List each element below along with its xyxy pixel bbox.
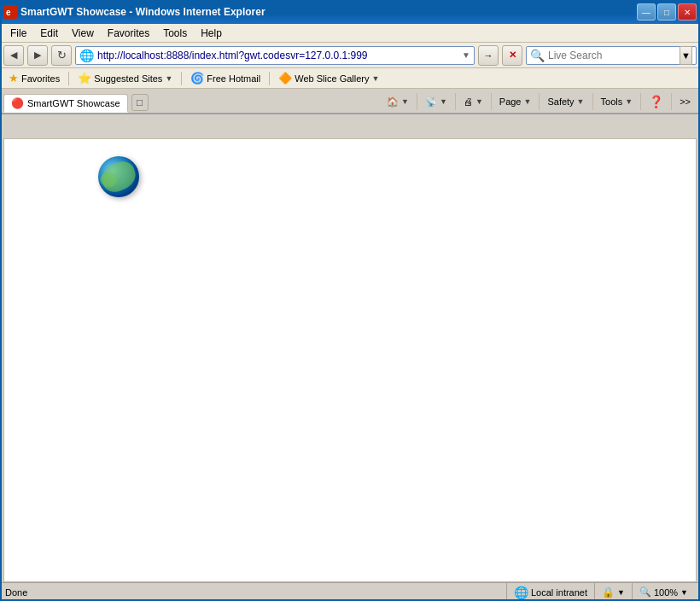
help-button[interactable]: ❓ — [643, 92, 669, 111]
search-container: 🔍 ▼ — [526, 46, 697, 65]
app-icon: e — [3, 5, 17, 19]
feed-button[interactable]: 📡 ▼ — [419, 94, 453, 110]
close-button[interactable]: ✕ — [678, 3, 697, 20]
toolbar-divider-7 — [671, 93, 672, 110]
menu-tools[interactable]: Tools — [156, 26, 194, 41]
favorites-item-webslice[interactable]: 🔶 Web Slice Gallery ▼ — [273, 70, 384, 86]
title-bar: e SmartGWT Showcase - Windows Internet E… — [0, 0, 700, 24]
tab-smartgwt[interactable]: 🔴 SmartGWT Showcase — [3, 94, 128, 113]
webslice-arrow: ▼ — [371, 74, 379, 83]
toolbar-divider-3 — [491, 93, 492, 110]
menu-favorites[interactable]: Favorites — [101, 26, 156, 41]
menu-help[interactable]: Help — [194, 26, 229, 41]
feed-icon: 📡 — [425, 96, 437, 108]
webslice-label: Web Slice Gallery — [295, 73, 369, 84]
tab-toolbar-area: 🔴 SmartGWT Showcase □ 🏠 ▼ 📡 ▼ 🖨 ▼ Page — [0, 89, 700, 114]
menu-file[interactable]: File — [3, 26, 33, 41]
tab-label: SmartGWT Showcase — [27, 98, 120, 108]
favorites-button[interactable]: ★ Favorites — [3, 70, 65, 86]
safety-dropdown-arrow[interactable]: ▼ — [577, 97, 585, 106]
page-button[interactable]: Page ▼ — [493, 94, 538, 109]
window-controls: — □ ✕ — [637, 3, 697, 20]
tools-button[interactable]: Tools ▼ — [595, 94, 639, 109]
suggested-sites-label: Suggested Sites — [94, 73, 162, 84]
tab-bar: 🔴 SmartGWT Showcase □ 🏠 ▼ 📡 ▼ 🖨 ▼ Page — [0, 89, 700, 113]
url-favicon: 🌐 — [79, 49, 94, 62]
new-tab-button[interactable]: □ — [131, 94, 149, 111]
search-go-button[interactable]: ▼ — [680, 46, 692, 65]
menu-view[interactable]: View — [65, 26, 101, 41]
favorites-item-hotmail[interactable]: 🌀 Free Hotmail — [185, 70, 265, 86]
print-button[interactable]: 🖨 ▼ — [458, 94, 489, 109]
stop-button[interactable]: ✕ — [502, 45, 522, 66]
help-icon: ❓ — [649, 95, 663, 108]
fav-divider-2 — [181, 72, 182, 85]
minimize-button[interactable]: — — [637, 3, 656, 20]
fav-divider-3 — [269, 72, 270, 85]
menu-bar: File Edit View Favorites Tools Help — [0, 24, 700, 43]
home-button[interactable]: 🏠 ▼ — [381, 94, 415, 110]
hotmail-icon: 🌀 — [190, 72, 204, 85]
svg-text:e: e — [6, 8, 11, 17]
favorites-bar: ★ Favorites ⭐ Suggested Sites ▼ 🌀 Free H… — [0, 68, 700, 89]
tools-label: Tools — [601, 96, 623, 107]
safety-label: Safety — [547, 96, 574, 107]
back-button[interactable]: ◀ — [3, 45, 24, 66]
search-provider-icon: 🔍 — [530, 49, 545, 62]
page-dropdown-arrow[interactable]: ▼ — [524, 97, 532, 106]
toolbar-divider-6 — [640, 93, 641, 110]
toolbar-divider-2 — [455, 93, 456, 110]
url-dropdown-arrow[interactable]: ▼ — [462, 50, 470, 60]
feed-dropdown-arrow[interactable]: ▼ — [440, 97, 447, 106]
window-title: SmartGWT Showcase - Windows Internet Exp… — [20, 6, 637, 18]
toolbar-divider-5 — [592, 93, 593, 110]
tab-favicon: 🔴 — [11, 97, 24, 109]
maximize-button[interactable]: □ — [657, 3, 676, 20]
toolbar-divider-1 — [417, 93, 417, 110]
menu-edit[interactable]: Edit — [33, 26, 65, 41]
favorites-star-icon: ★ — [9, 72, 19, 85]
url-input[interactable] — [97, 50, 458, 61]
search-input[interactable] — [548, 50, 676, 61]
print-dropdown-arrow[interactable]: ▼ — [475, 97, 483, 106]
forward-button[interactable]: ▶ — [27, 45, 48, 66]
suggested-sites-arrow: ▼ — [165, 74, 172, 83]
webslice-icon: 🔶 — [278, 72, 292, 85]
address-bar: ◀ ▶ ↻ 🌐 ▼ → ✕ 🔍 ▼ — [0, 43, 700, 68]
suggested-sites-icon: ⭐ — [78, 72, 91, 85]
more-button[interactable]: >> — [674, 94, 697, 109]
fav-divider-1 — [68, 72, 69, 85]
home-dropdown-arrow[interactable]: ▼ — [401, 97, 409, 106]
favorites-item-suggested[interactable]: ⭐ Suggested Sites ▼ — [73, 70, 178, 86]
favorites-label: Favorites — [21, 73, 60, 84]
tools-dropdown-arrow[interactable]: ▼ — [625, 97, 633, 106]
home-icon: 🏠 — [387, 96, 399, 108]
print-icon: 🖨 — [464, 96, 473, 107]
refresh-button[interactable]: ↻ — [51, 45, 72, 66]
safety-button[interactable]: Safety ▼ — [541, 94, 590, 109]
toolbar-divider-4 — [539, 93, 540, 110]
go-button[interactable]: → — [478, 45, 499, 66]
page-label: Page — [499, 96, 522, 107]
tab-row-toolbar: 🏠 ▼ 📡 ▼ 🖨 ▼ Page ▼ Safety ▼ — [150, 92, 697, 111]
hotmail-label: Free Hotmail — [207, 73, 260, 84]
url-field-container: 🌐 ▼ — [75, 46, 475, 65]
more-label: >> — [680, 96, 691, 107]
